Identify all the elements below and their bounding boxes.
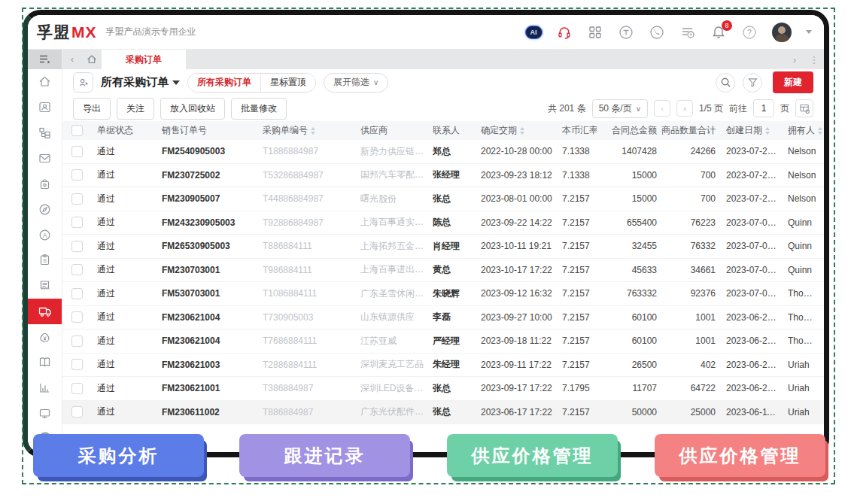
table-row[interactable]: 通过FM230725002T53286884987国邦汽车零配件有...张经理2… (62, 164, 824, 188)
view-owner-icon[interactable] (73, 72, 93, 93)
table-row[interactable]: 通过FM230621004T730905003山东镇源供应李磊2023-09-2… (62, 306, 824, 330)
page-size-select[interactable]: 50 条/页 ∨ (592, 99, 648, 118)
cell-owner: Thomas (788, 312, 824, 323)
view-title[interactable]: 所有采购订单 (101, 75, 180, 90)
purchase-analysis-button[interactable]: 采购分析 (33, 434, 204, 477)
table-row[interactable]: 通过FM230621001T386884987深圳LED设备有限...张总202… (62, 377, 824, 401)
clipboard-icon[interactable]: S (28, 247, 62, 273)
column-header-owner[interactable]: 拥有人 (788, 124, 824, 137)
row-checkbox[interactable] (71, 383, 97, 394)
row-checkbox[interactable] (71, 264, 97, 275)
table-row[interactable]: 通过FM243230905003T92886884987上海百事通实业有...陈… (62, 211, 824, 235)
goto-unit: 页 (780, 102, 789, 115)
cell-status: 通过 (97, 263, 162, 276)
row-checkbox[interactable] (71, 169, 97, 181)
mail-icon[interactable] (28, 146, 62, 172)
invoice-icon[interactable] (28, 273, 62, 299)
row-checkbox[interactable] (71, 335, 97, 347)
row-checkbox[interactable] (71, 359, 97, 370)
tab-forward-icon[interactable]: › (785, 50, 804, 69)
recycle-bin-button[interactable]: 放入回收站 (160, 98, 225, 120)
cell-amount: 1407428 (597, 146, 661, 156)
ai-assistant-icon[interactable]: AI (525, 24, 542, 41)
cell-delivery: 2022-10-28 00:00 (481, 146, 562, 156)
sort-icon[interactable] (311, 127, 315, 135)
contacts-icon[interactable] (28, 95, 62, 120)
task-list-icon[interactable] (679, 24, 696, 41)
tab-more-icon[interactable]: ⋮ (804, 50, 824, 69)
truck-icon[interactable] (28, 299, 62, 324)
bar-chart-icon[interactable] (28, 375, 62, 400)
row-checkbox[interactable] (71, 193, 97, 205)
shopping-bag-icon[interactable] (28, 171, 62, 196)
headset-icon[interactable] (556, 24, 573, 41)
cell-created: 2023-06-21 14:... (726, 360, 783, 370)
column-header-purchase_no[interactable]: 采购单编号 (263, 124, 360, 137)
tab-home-icon[interactable] (82, 50, 102, 69)
column-header-created[interactable]: 创建日期 (726, 124, 783, 137)
goto-page-input[interactable] (753, 99, 774, 117)
row-checkbox[interactable] (71, 288, 97, 299)
help-icon[interactable]: ? (741, 24, 758, 41)
phone-icon[interactable] (649, 24, 665, 41)
supply-price-management-button-red[interactable]: 供应价格管理 (655, 434, 825, 477)
menu-collapse-icon[interactable] (28, 50, 62, 69)
translate-icon[interactable] (618, 24, 634, 41)
new-button[interactable]: 新建 (773, 71, 813, 93)
cell-supplier: 深圳LED设备有限... (360, 382, 433, 395)
column-settings-icon[interactable] (795, 99, 813, 117)
sort-icon[interactable] (520, 127, 524, 135)
select-all-checkbox[interactable] (71, 125, 97, 136)
bell-icon[interactable]: 8 (710, 24, 727, 41)
table-row[interactable]: 通过FM26530905003T886884111上海拓邦五金配件...肖经理2… (62, 235, 824, 259)
ledger-icon[interactable] (28, 350, 62, 375)
sort-icon[interactable] (818, 127, 822, 135)
compass-icon[interactable] (28, 196, 62, 222)
cell-contact: 张经理 (433, 169, 481, 181)
row-checkbox[interactable] (71, 146, 97, 157)
column-header-delivery[interactable]: 确定交期 (481, 124, 562, 137)
table-row[interactable]: 通过FM230621003T2886884111深圳麦克工艺品朱经理2023-0… (62, 354, 824, 378)
table-row[interactable]: 通过FM230703001T986884111上海百事进出口有...黄总2023… (62, 259, 824, 283)
row-checkbox[interactable] (71, 311, 97, 323)
pill-all-purchase-orders[interactable]: 所有采购订单 (188, 74, 260, 92)
row-checkbox[interactable] (71, 217, 97, 228)
table-row[interactable]: 通过FM530703001T1086884111广东圣雪休闲用品...朱晓辉20… (62, 282, 824, 306)
chevron-down-icon[interactable] (806, 30, 812, 34)
cell-sales_no: FM243230905003 (162, 217, 263, 228)
export-button[interactable]: 导出 (73, 98, 111, 120)
notification-badge: 8 (722, 20, 732, 31)
follow-button[interactable]: 关注 (117, 98, 154, 120)
tab-back-icon[interactable]: ‹ (62, 50, 82, 69)
prev-page-button[interactable]: ‹ (654, 100, 670, 117)
row-checkbox[interactable] (71, 241, 97, 252)
marketing-icon[interactable]: A (28, 222, 62, 247)
cell-sales_no: FM230611002 (162, 407, 263, 417)
next-page-button[interactable]: › (676, 100, 693, 117)
monitor-icon[interactable] (28, 400, 62, 426)
tab-purchase-orders[interactable]: 采购订单 (102, 50, 186, 69)
table-row[interactable]: 通过FM2540905003T1886884987新势力供应链公司郑总2022-… (62, 140, 824, 164)
row-checkbox[interactable] (71, 406, 97, 417)
pill-star-pinned[interactable]: 星标置顶 (260, 74, 315, 92)
table-row[interactable]: 通过FM230611002T886884987广东光伏配件有限...张总2023… (62, 401, 824, 425)
home-icon[interactable] (28, 69, 62, 95)
follow-up-records-button[interactable]: 跟进记录 (239, 434, 410, 477)
table-row[interactable]: 通过FM230621004T7686884111江苏亚威严经理2023-09-1… (62, 329, 824, 354)
filter-funnel-icon[interactable] (743, 73, 762, 93)
column-header-status: 单据状态 (97, 124, 162, 137)
batch-edit-button[interactable]: 批量修改 (231, 98, 287, 120)
supply-price-management-button-green[interactable]: 供应价格管理 (447, 434, 618, 477)
search-icon[interactable] (716, 73, 735, 93)
cell-delivery: 2023-09-23 18:12 (481, 170, 562, 181)
sort-icon[interactable] (765, 127, 770, 135)
user-avatar[interactable] (772, 23, 792, 42)
org-structure-icon[interactable] (28, 120, 62, 146)
cell-sales_no: FM230621004 (162, 312, 263, 323)
table-row[interactable]: 通过FM230905007T44886884987曙光股份张总2023-08-0… (62, 187, 824, 211)
apps-grid-icon[interactable] (587, 24, 603, 41)
cell-rate: 7.2157 (562, 312, 597, 323)
pill-expand-filter[interactable]: 展开筛选 ∨ (324, 73, 388, 93)
purchase-order-table: 单据状态销售订单号采购单编号供应商联系人确定交期本币汇率合同总金额商品数量合计创… (62, 121, 824, 451)
moneybag-icon[interactable] (28, 324, 62, 350)
